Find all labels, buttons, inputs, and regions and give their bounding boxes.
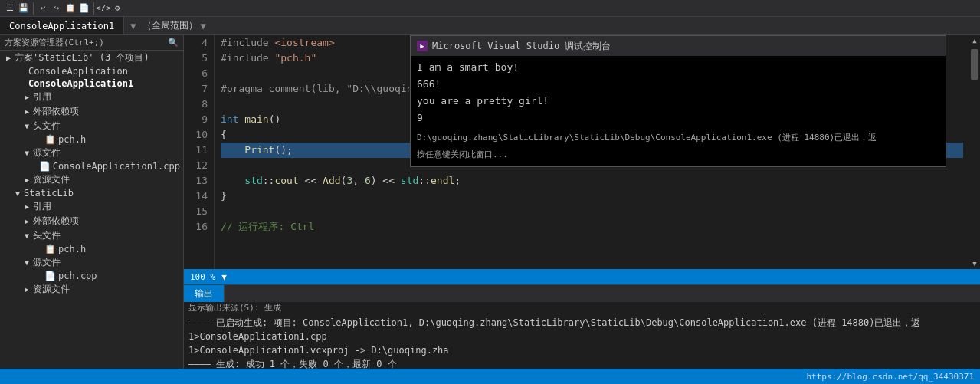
sidebar-tree-item[interactable]: ▶方案'StaticLib' (3 个项目) bbox=[0, 51, 183, 65]
line-number: 8 bbox=[190, 97, 208, 112]
tree-item-label: ConsoleApplication1 bbox=[28, 78, 133, 89]
tree-item-label: ConsoleApplication1.cpp bbox=[53, 161, 180, 172]
sidebar-tree-item[interactable]: ▼StaticLib bbox=[0, 187, 183, 199]
tree-item-label: ConsoleApplication bbox=[28, 66, 128, 77]
debug-close-message: 按任意键关闭此窗口... bbox=[417, 146, 939, 163]
sidebar-tree-item[interactable]: ▶外部依赖项 bbox=[0, 104, 183, 119]
editor-with-bottom: 45678910111213141516 #include <iostream>… bbox=[184, 35, 980, 384]
status-right: https://blog.csdn.net/qq_34430371 bbox=[806, 372, 974, 382]
sidebar-tree-item[interactable]: ConsoleApplication1 bbox=[0, 77, 183, 90]
tree-arrow[interactable]: ▶ bbox=[25, 176, 29, 184]
sidebar-tree-item[interactable]: ▼源文件 bbox=[0, 146, 183, 160]
tree-item-icon: 📄 bbox=[44, 271, 56, 281]
tree-item-label: 方案'StaticLib' (3 个项目) bbox=[15, 51, 149, 64]
sidebar-tree-item[interactable]: ▶外部依赖项 bbox=[0, 214, 183, 228]
vertical-scrollbar[interactable]: ▲ ▼ bbox=[969, 35, 980, 269]
menu-icon[interactable]: ☰ bbox=[3, 2, 17, 15]
tree-item-label: 源文件 bbox=[33, 146, 61, 159]
sidebar-tree-item[interactable]: ▼源文件 bbox=[0, 255, 183, 270]
zoom-decrease[interactable]: ▼ bbox=[221, 272, 227, 282]
sidebar-header: 方案资源管理器(Ctrl+;) 🔍 bbox=[0, 35, 183, 51]
separator2 bbox=[93, 2, 94, 15]
tree-arrow[interactable]: ▶ bbox=[25, 202, 29, 211]
scroll-down-arrow[interactable]: ▼ bbox=[971, 258, 978, 269]
save-icon[interactable]: 💾 bbox=[17, 2, 31, 15]
redo-icon[interactable]: ↪ bbox=[50, 2, 64, 15]
line-number: 6 bbox=[190, 66, 208, 81]
tab-consoleapp1[interactable]: ConsoleApplication1 bbox=[0, 17, 124, 34]
tree-arrow[interactable]: ▼ bbox=[15, 189, 20, 198]
debug-title-bar: ▶ Microsoft Visual Studio 调试控制台 bbox=[411, 36, 946, 56]
vs-icon: ▶ bbox=[417, 41, 428, 51]
sidebar-tree-item[interactable]: ▶资源文件 bbox=[0, 172, 183, 187]
sidebar-tree-item[interactable]: 📄 pch.cpp bbox=[0, 270, 183, 282]
code-line: std::cout << Add(3, 6) << std::endl; bbox=[221, 173, 963, 189]
sidebar-tree-item[interactable]: 📋 pch.h bbox=[0, 133, 183, 146]
output-source-label: 显示输出来源(S): 生成 bbox=[184, 302, 980, 314]
debug-line: 9 bbox=[417, 110, 939, 126]
status-bar: https://blog.csdn.net/qq_34430371 bbox=[0, 369, 980, 384]
tree-arrow[interactable]: ▼ bbox=[25, 231, 29, 240]
debug-body: I am a smart boy!666!you are a pretty gi… bbox=[411, 56, 946, 166]
tree-arrow[interactable]: ▼ bbox=[25, 149, 29, 157]
tree-item-label: pch.h bbox=[58, 244, 86, 254]
tree-item-icon: 📋 bbox=[44, 244, 56, 254]
tree-item-label: 源文件 bbox=[33, 256, 61, 269]
sidebar-tree: ▶方案'StaticLib' (3 个项目)ConsoleApplication… bbox=[0, 51, 183, 384]
tab-scope: ▼ （全局范围） ▼ bbox=[124, 17, 980, 34]
tree-item-label: pch.cpp bbox=[58, 271, 97, 281]
debug-line: you are a pretty girl! bbox=[417, 93, 939, 110]
sidebar-search-toggle[interactable]: 🔍 bbox=[168, 38, 179, 48]
tree-item-label: 头文件 bbox=[33, 229, 61, 242]
sidebar-tree-item[interactable]: ▶资源文件 bbox=[0, 282, 183, 297]
undo-icon[interactable]: ↩ bbox=[36, 2, 50, 15]
line-number: 4 bbox=[190, 35, 208, 51]
tree-arrow[interactable]: ▶ bbox=[25, 217, 29, 225]
tree-arrow[interactable]: ▶ bbox=[25, 107, 29, 116]
code-icon[interactable]: </> bbox=[97, 2, 110, 15]
line-number: 10 bbox=[190, 127, 208, 143]
sidebar-tree-item[interactable]: 📋 pch.h bbox=[0, 243, 183, 255]
sidebar-tree-item[interactable]: 📄 ConsoleApplication1.cpp bbox=[0, 160, 183, 172]
file-icon[interactable]: 📄 bbox=[77, 2, 91, 15]
sidebar-tree-item[interactable]: ▼头文件 bbox=[0, 228, 183, 243]
output-line: 1>ConsoleApplication1.cpp bbox=[188, 330, 975, 343]
copy-icon[interactable]: 📋 bbox=[64, 2, 77, 15]
scroll-up-arrow[interactable]: ▲ bbox=[971, 35, 978, 46]
tree-arrow[interactable]: ▶ bbox=[6, 54, 11, 62]
zoom-bar: 100 % ▼ bbox=[184, 269, 980, 284]
tree-item-icon: 📋 bbox=[44, 134, 56, 145]
line-number: 15 bbox=[190, 204, 208, 219]
debug-line: 666! bbox=[417, 76, 939, 93]
line-number: 16 bbox=[190, 219, 208, 235]
output-tab-build[interactable]: 输出 bbox=[184, 285, 225, 302]
code-line: // 运行程序: Ctrl bbox=[221, 219, 963, 235]
settings-icon[interactable]: ⚙ bbox=[110, 2, 124, 15]
scroll-thumb[interactable] bbox=[971, 49, 978, 80]
sidebar: 方案资源管理器(Ctrl+;) 🔍 ▶方案'StaticLib' (3 个项目)… bbox=[0, 35, 184, 384]
editor-area: 45678910111213141516 #include <iostream>… bbox=[184, 35, 980, 284]
tab-bar: ConsoleApplication1 ▼ （全局范围） ▼ bbox=[0, 17, 980, 35]
sidebar-tree-item[interactable]: ConsoleApplication bbox=[0, 65, 183, 77]
sidebar-tree-item[interactable]: ▶引用 bbox=[0, 199, 183, 214]
tree-item-label: pch.h bbox=[58, 134, 86, 145]
tree-arrow[interactable]: ▼ bbox=[25, 258, 29, 267]
tree-arrow[interactable]: ▼ bbox=[25, 122, 29, 130]
tree-item-label: 外部依赖项 bbox=[33, 105, 79, 118]
tree-arrow[interactable]: ▶ bbox=[25, 93, 29, 101]
separator1 bbox=[33, 2, 34, 15]
line-number: 5 bbox=[190, 51, 208, 66]
top-toolbar: ☰ 💾 ↩ ↪ 📋 📄 </> ⚙ bbox=[0, 0, 980, 17]
debug-console-overlay: ▶ Microsoft Visual Studio 调试控制台 I am a s… bbox=[410, 35, 946, 167]
debug-exit-message: D:\guoqing.zhang\StaticLibrary\StaticLib… bbox=[417, 130, 939, 146]
debug-line: I am a smart boy! bbox=[417, 59, 939, 76]
tree-item-label: 资源文件 bbox=[33, 173, 70, 186]
line-number: 14 bbox=[190, 189, 208, 204]
tree-item-icon: 📄 bbox=[39, 161, 51, 172]
tree-arrow[interactable]: ▶ bbox=[25, 285, 29, 294]
line-number: 13 bbox=[190, 173, 208, 189]
sidebar-tree-item[interactable]: ▼头文件 bbox=[0, 119, 183, 133]
tree-item-label: 引用 bbox=[33, 200, 51, 213]
code-line bbox=[221, 204, 963, 219]
sidebar-tree-item[interactable]: ▶引用 bbox=[0, 90, 183, 104]
